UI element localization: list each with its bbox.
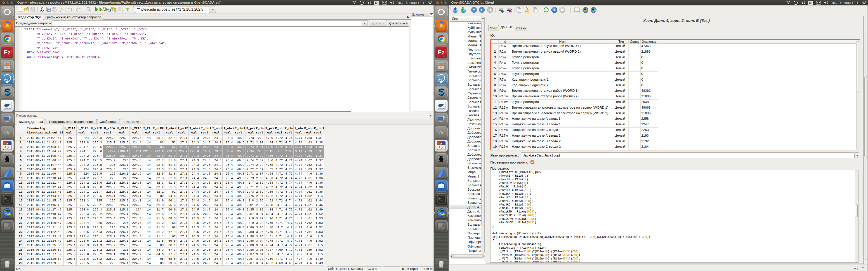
svg-text:P: P bbox=[103, 7, 105, 9]
svg-text:10.95: 10.95 bbox=[5, 210, 9, 212]
svg-text:Fz: Fz bbox=[438, 49, 445, 56]
svg-text:VM: VM bbox=[4, 130, 11, 135]
svg-text:VM: VM bbox=[438, 130, 445, 135]
svg-text:Fz: Fz bbox=[4, 49, 11, 56]
svg-text:G: G bbox=[102, 9, 104, 12]
svg-text:Workbench: Workbench bbox=[438, 107, 445, 109]
svg-text:?: ? bbox=[126, 7, 129, 12]
svg-text:Workbench: Workbench bbox=[4, 107, 11, 109]
svg-text:10.95: 10.95 bbox=[439, 210, 443, 212]
